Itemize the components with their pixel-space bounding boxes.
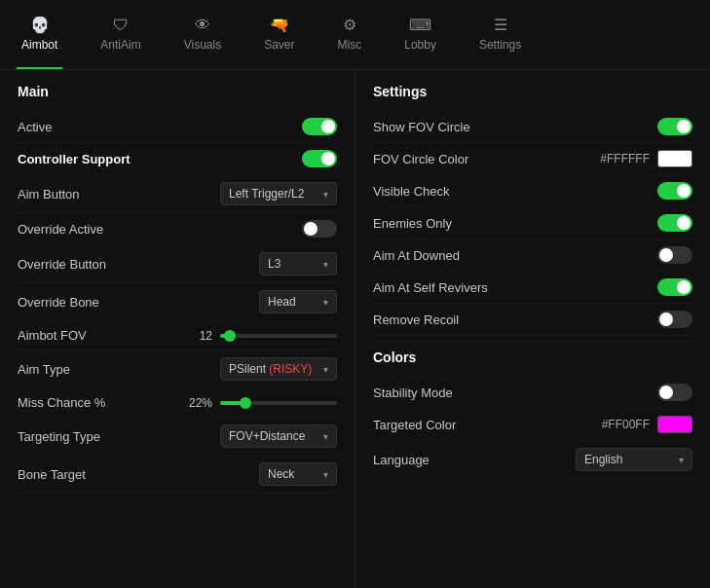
- nav-label-settings: Settings: [479, 38, 521, 52]
- aimbot-fov-value: 12: [185, 329, 212, 343]
- saver-icon: 🔫: [270, 18, 289, 33]
- setting-row-bone-target: Bone Target Neck ▾: [18, 456, 337, 494]
- toggle-show-fov-circle[interactable]: [657, 118, 692, 135]
- setting-row-miss-chance: Miss Chance % 22%: [18, 388, 337, 418]
- lobby-icon: ⌨: [409, 18, 431, 33]
- aim-type-value: PSilent (RISKY): [229, 362, 312, 376]
- label-aim-button: Aim Button: [18, 187, 80, 202]
- toggle-enemies-only[interactable]: [657, 214, 692, 232]
- label-show-fov-circle: Show FOV Circle: [373, 120, 470, 134]
- setting-row-aimbot-fov: Aimbot FOV 12: [18, 321, 337, 350]
- setting-row-targeted-color: Targeted Color #FF00FF: [373, 409, 692, 441]
- nav-label-lobby: Lobby: [404, 38, 436, 52]
- risky-badge: (RISKY): [269, 362, 312, 376]
- setting-row-language: Language English ▾: [373, 441, 692, 479]
- chevron-down-icon: ▾: [323, 431, 328, 442]
- label-override-bone: Override Bone: [18, 295, 99, 310]
- label-fov-circle-color: FOV Circle Color: [373, 152, 468, 166]
- chevron-down-icon: ▾: [323, 189, 328, 200]
- label-remove-recoil: Remove Recoil: [373, 312, 459, 327]
- nav-item-misc[interactable]: ⚙ Misc: [317, 0, 384, 69]
- fov-circle-swatch[interactable]: [657, 150, 692, 167]
- main-content: Main Active Controller Support Aim Butto…: [0, 70, 710, 588]
- label-miss-chance: Miss Chance %: [18, 395, 105, 410]
- dropdown-language[interactable]: English ▾: [576, 448, 692, 471]
- chevron-down-icon: ▾: [323, 297, 328, 308]
- chevron-down-icon: ▾: [323, 364, 328, 375]
- setting-row-aim-at-downed: Aim At Downed: [373, 239, 692, 272]
- label-stability-mode: Stability Mode: [373, 386, 453, 400]
- nav-item-aimbot[interactable]: 💀 Aimbot: [0, 0, 79, 69]
- dropdown-aim-button[interactable]: Left Trigger/L2 ▾: [220, 182, 337, 205]
- visuals-icon: 👁: [195, 18, 210, 33]
- setting-row-override-active: Override Active: [18, 213, 337, 245]
- aimbot-fov-track[interactable]: [220, 334, 337, 338]
- dropdown-override-button[interactable]: L3 ▾: [259, 252, 337, 276]
- label-override-active: Override Active: [18, 222, 103, 237]
- toggle-active[interactable]: [302, 118, 337, 135]
- toggle-remove-recoil[interactable]: [657, 311, 692, 328]
- targeted-color-row: #FF00FF: [602, 416, 692, 433]
- fov-circle-color-row: #FFFFFF: [600, 150, 692, 167]
- nav-label-saver: Saver: [264, 38, 294, 52]
- settings-icon: ☰: [494, 18, 507, 33]
- nav-label-antiaim: AntiAim: [100, 38, 140, 52]
- label-active: Active: [18, 120, 52, 134]
- nav-item-settings[interactable]: ☰ Settings: [458, 0, 542, 69]
- label-aim-at-self-revivers: Aim At Self Revivers: [373, 280, 488, 295]
- label-override-button: Override Button: [18, 257, 106, 272]
- nav-item-lobby[interactable]: ⌨ Lobby: [383, 0, 458, 69]
- chevron-down-icon: ▾: [323, 259, 328, 270]
- label-bone-target: Bone Target: [18, 467, 86, 482]
- nav-label-aimbot: Aimbot: [21, 38, 57, 52]
- aimbot-fov-thumb[interactable]: [224, 330, 236, 342]
- dropdown-override-bone[interactable]: Head ▾: [259, 290, 337, 313]
- label-targeted-color: Targeted Color: [373, 418, 456, 432]
- label-aim-at-downed: Aim At Downed: [373, 248, 460, 263]
- chevron-down-icon: ▾: [679, 455, 684, 465]
- toggle-override-active[interactable]: [302, 220, 337, 238]
- setting-row-aim-type: Aim Type PSilent (RISKY) ▾: [18, 350, 337, 388]
- toggle-controller-support[interactable]: [302, 150, 337, 167]
- label-language: Language: [373, 453, 430, 467]
- aimbot-icon: 💀: [30, 18, 50, 33]
- miss-chance-track[interactable]: [220, 401, 337, 405]
- toggle-stability-mode[interactable]: [657, 384, 692, 401]
- setting-row-targeting-type: Targeting Type FOV+Distance ▾: [18, 418, 337, 456]
- setting-row-active: Active: [18, 111, 337, 143]
- setting-row-aim-button: Aim Button Left Trigger/L2 ▾: [18, 175, 337, 213]
- language-value: English: [584, 453, 622, 466]
- nav-item-visuals[interactable]: 👁 Visuals: [163, 0, 243, 69]
- nav-item-saver[interactable]: 🔫 Saver: [243, 0, 316, 69]
- setting-row-override-button: Override Button L3 ▾: [18, 245, 337, 283]
- miss-chance-value: 22%: [185, 396, 212, 410]
- targeted-color-hex: #FF00FF: [602, 418, 650, 431]
- nav-item-antiaim[interactable]: 🛡 AntiAim: [79, 0, 162, 69]
- toggle-aim-at-downed[interactable]: [657, 246, 692, 264]
- label-visible-check: Visible Check: [373, 184, 450, 199]
- setting-row-show-fov-circle: Show FOV Circle: [373, 111, 692, 143]
- setting-row-enemies-only: Enemies Only: [373, 207, 692, 239]
- override-button-value: L3: [268, 257, 280, 271]
- right-section-title-1: Settings: [373, 84, 692, 99]
- label-controller-support: Controller Support: [18, 152, 131, 166]
- setting-row-stability-mode: Stability Mode: [373, 377, 692, 409]
- label-aim-type: Aim Type: [18, 362, 70, 377]
- label-enemies-only: Enemies Only: [373, 216, 452, 231]
- dropdown-targeting-type[interactable]: FOV+Distance ▾: [220, 424, 337, 448]
- miss-chance-thumb[interactable]: [240, 397, 251, 409]
- targeting-type-value: FOV+Distance: [229, 429, 305, 443]
- toggle-aim-at-self-revivers[interactable]: [657, 278, 692, 296]
- chevron-down-icon: ▾: [323, 469, 328, 480]
- toggle-visible-check[interactable]: [657, 182, 692, 200]
- setting-row-aim-at-self-revivers: Aim At Self Revivers: [373, 272, 692, 304]
- aim-button-value: Left Trigger/L2: [229, 187, 304, 201]
- label-targeting-type: Targeting Type: [18, 429, 100, 444]
- bone-target-value: Neck: [268, 467, 294, 481]
- dropdown-bone-target[interactable]: Neck ▾: [259, 462, 337, 486]
- targeted-color-swatch[interactable]: [657, 416, 692, 433]
- setting-row-override-bone: Override Bone Head ▾: [18, 283, 337, 321]
- dropdown-aim-type[interactable]: PSilent (RISKY) ▾: [220, 357, 337, 381]
- left-section-title: Main: [18, 84, 337, 99]
- setting-row-fov-circle-color: FOV Circle Color #FFFFFF: [373, 143, 692, 175]
